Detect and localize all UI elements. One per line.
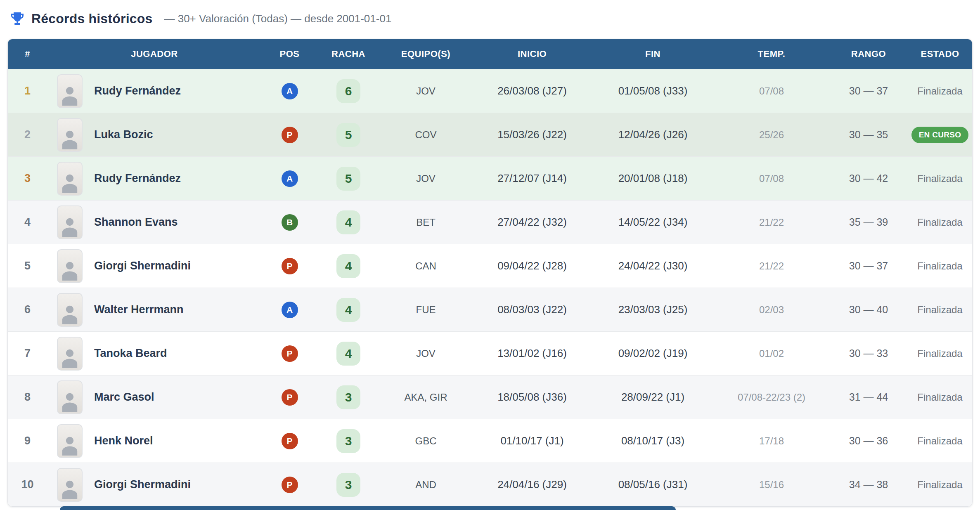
- start-cell: 27/04/22 (J32): [472, 216, 592, 229]
- streak-badge: 3: [336, 385, 360, 409]
- records-table: # JUGADOR POS RACHA EQUIPO(S) INICIO FIN…: [7, 39, 973, 507]
- player-photo: [57, 380, 83, 414]
- start-cell: 13/01/02 (J16): [472, 347, 592, 360]
- end-cell: 23/03/03 (J25): [592, 303, 714, 316]
- start-cell: 27/12/07 (J14): [472, 172, 592, 185]
- player-name[interactable]: Giorgi Shermadini: [94, 260, 191, 272]
- person-silhouette-icon: [59, 126, 80, 151]
- pos-cell: A: [262, 83, 317, 99]
- season-cell: 15/16: [714, 479, 829, 491]
- end-cell: 20/01/08 (J18): [592, 172, 714, 185]
- rank-cell: 4: [8, 216, 47, 229]
- table-row[interactable]: 5 Giorgi Shermadini P 4 CAN 09/04/22 (J2…: [8, 244, 972, 288]
- pos-cell: P: [262, 389, 317, 406]
- pos-badge: A: [282, 170, 298, 187]
- table-row[interactable]: 10 Giorgi Shermadini P 3 AND 24/04/16 (J…: [8, 463, 972, 506]
- person-silhouette-icon: [59, 389, 80, 413]
- start-cell: 24/04/16 (J29): [472, 478, 592, 491]
- streak-cell: 4: [317, 210, 379, 234]
- rank-cell: 2: [8, 128, 47, 141]
- range-cell: 30 — 35: [829, 129, 908, 141]
- player-cell: Shannon Evans: [47, 205, 262, 239]
- pos-badge: P: [282, 433, 298, 449]
- end-cell: 28/09/22 (J1): [592, 391, 714, 404]
- column-header-player: JUGADOR: [47, 49, 262, 59]
- start-cell: 18/05/08 (J36): [472, 391, 592, 404]
- teams-cell: JOV: [379, 173, 472, 184]
- table-row[interactable]: 8 Marc Gasol P 3 AKA, GIR 18/05/08 (J36)…: [8, 375, 972, 419]
- person-silhouette-icon: [59, 476, 80, 501]
- player-name[interactable]: Giorgi Shermadini: [94, 478, 191, 491]
- rank-cell: 8: [8, 391, 47, 404]
- teams-cell: CAN: [379, 260, 472, 272]
- column-header-rank: #: [8, 49, 47, 59]
- page-title: Récords históricos: [31, 11, 152, 26]
- player-name[interactable]: Rudy Fernández: [94, 85, 181, 97]
- table-row[interactable]: 4 Shannon Evans B 4 BET 27/04/22 (J32) 1…: [8, 200, 972, 244]
- streak-cell: 4: [317, 342, 379, 366]
- streak-cell: 5: [317, 123, 379, 147]
- status-cell: Finalizada: [908, 479, 972, 491]
- season-cell: 07/08-22/23 (2): [714, 392, 829, 403]
- table-row[interactable]: 7 Tanoka Beard P 4 JOV 13/01/02 (J16) 09…: [8, 331, 972, 375]
- end-cell: 09/02/02 (J19): [592, 347, 714, 360]
- streak-badge: 6: [336, 79, 360, 103]
- end-cell: 24/04/22 (J30): [592, 260, 714, 272]
- end-cell: 14/05/22 (J34): [592, 216, 714, 229]
- player-name[interactable]: Rudy Fernández: [94, 172, 181, 185]
- player-name[interactable]: Henk Norel: [94, 434, 153, 447]
- column-header-teams: EQUIPO(S): [379, 49, 472, 59]
- table-row[interactable]: 1 Rudy Fernández A 6 JOV 26/03/08 (J27) …: [8, 69, 972, 113]
- start-cell: 26/03/08 (J27): [472, 85, 592, 97]
- teams-cell: BET: [379, 217, 472, 228]
- streak-badge: 4: [336, 210, 360, 234]
- player-photo: [57, 468, 83, 502]
- player-name[interactable]: Walter Herrmann: [94, 303, 184, 316]
- table-row[interactable]: 9 Henk Norel P 3 GBC 01/10/17 (J1) 08/10…: [8, 419, 972, 463]
- teams-cell: AND: [379, 479, 472, 491]
- pos-cell: P: [262, 477, 317, 493]
- player-name[interactable]: Shannon Evans: [94, 216, 178, 229]
- pos-cell: P: [262, 345, 317, 362]
- table-row[interactable]: 2 Luka Bozic P 5 COV 15/03/26 (J22) 12/0…: [8, 113, 972, 156]
- rank-cell: 6: [8, 303, 47, 316]
- next-table-header-partial: [60, 506, 676, 510]
- rank-cell: 10: [8, 478, 47, 491]
- status-cell: Finalizada: [908, 85, 972, 97]
- season-cell: 25/26: [714, 129, 829, 141]
- player-cell: Luka Bozic: [47, 118, 262, 152]
- player-cell: Giorgi Shermadini: [47, 249, 262, 283]
- player-photo: [57, 118, 83, 152]
- pos-badge: P: [282, 389, 298, 406]
- streak-cell: 4: [317, 254, 379, 278]
- player-name[interactable]: Tanoka Beard: [94, 347, 167, 360]
- end-cell: 01/05/08 (J33): [592, 85, 714, 97]
- range-cell: 34 — 38: [829, 479, 908, 491]
- player-name[interactable]: Luka Bozic: [94, 128, 153, 141]
- player-cell: Rudy Fernández: [47, 162, 262, 196]
- page-header: Récords históricos — 30+ Valoración (Tod…: [0, 0, 980, 28]
- pos-badge: P: [282, 477, 298, 493]
- player-name[interactable]: Marc Gasol: [94, 391, 154, 404]
- table-row[interactable]: 6 Walter Herrmann A 4 FUE 08/03/03 (J22)…: [8, 288, 972, 331]
- status-badge: EN CURSO: [911, 127, 969, 143]
- person-silhouette-icon: [59, 432, 80, 457]
- range-cell: 30 — 33: [829, 347, 908, 359]
- season-cell: 07/08: [714, 173, 829, 184]
- status-cell: Finalizada: [908, 392, 972, 403]
- streak-cell: 4: [317, 298, 379, 322]
- streak-badge: 4: [336, 298, 360, 322]
- streak-cell: 3: [317, 473, 379, 497]
- column-header-season: TEMP.: [714, 49, 829, 59]
- teams-cell: COV: [379, 129, 472, 141]
- person-silhouette-icon: [59, 301, 80, 326]
- pos-badge: P: [282, 127, 298, 143]
- start-cell: 01/10/17 (J1): [472, 434, 592, 447]
- person-silhouette-icon: [59, 345, 80, 370]
- pos-cell: P: [262, 433, 317, 449]
- player-cell: Walter Herrmann: [47, 293, 262, 327]
- player-photo: [57, 337, 83, 371]
- rank-cell: 3: [8, 172, 47, 185]
- season-cell: 21/22: [714, 217, 829, 228]
- table-row[interactable]: 3 Rudy Fernández A 5 JOV 27/12/07 (J14) …: [8, 156, 972, 200]
